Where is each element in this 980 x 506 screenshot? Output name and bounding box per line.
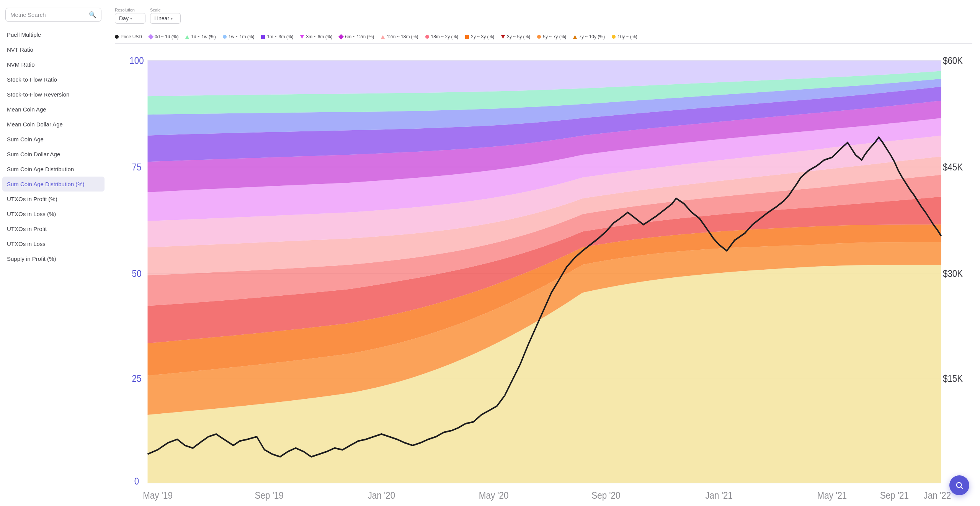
legend-label-3: 1w ~ 1m (%) xyxy=(229,34,255,39)
legend-icon-5 xyxy=(300,35,304,39)
legend-item-4: 1m ~ 3m (%) xyxy=(261,34,293,39)
svg-text:Jan '21: Jan '21 xyxy=(705,490,733,501)
scale-group: Scale Linear ▾ xyxy=(150,8,181,24)
sidebar-item-7[interactable]: Sum Coin Age xyxy=(0,132,107,147)
chart-svg: 100 75 50 25 0 $60K $45K $30K $15K xyxy=(115,48,972,502)
sidebar-item-8[interactable]: Sum Coin Dollar Age xyxy=(0,147,107,162)
svg-text:May '19: May '19 xyxy=(143,490,173,501)
legend-item-11: 5y ~ 7y (%) xyxy=(537,34,566,39)
search-box[interactable]: 🔍 xyxy=(5,8,101,22)
legend-icon-12 xyxy=(573,35,577,39)
resolution-arrow-icon: ▾ xyxy=(130,16,132,21)
scale-value: Linear xyxy=(154,15,169,21)
legend-item-7: 12m ~ 18m (%) xyxy=(381,34,418,39)
legend-icon-1 xyxy=(148,34,154,39)
legend-icon-6 xyxy=(338,34,344,39)
resolution-select[interactable]: Day ▾ xyxy=(115,13,145,24)
search-input[interactable] xyxy=(10,11,89,18)
legend-item-13: 10y ~ (%) xyxy=(612,34,637,39)
sidebar-item-15[interactable]: Supply in Profit (%) xyxy=(0,251,107,266)
sidebar-item-2[interactable]: NVM Ratio xyxy=(0,57,107,72)
svg-text:Sep '21: Sep '21 xyxy=(880,490,909,501)
legend-label-0: Price USD xyxy=(121,34,142,39)
sidebar-item-4[interactable]: Stock-to-Flow Reversion xyxy=(0,87,107,102)
svg-text:May '21: May '21 xyxy=(817,490,847,501)
svg-text:Jan '22: Jan '22 xyxy=(924,490,951,501)
legend-item-6: 6m ~ 12m (%) xyxy=(339,34,374,39)
resolution-value: Day xyxy=(119,15,129,21)
legend-icon-8 xyxy=(425,35,429,39)
sidebar: 🔍 Puell MultipleNVT RatioNVM RatioStock-… xyxy=(0,0,107,506)
sidebar-items-list: Puell MultipleNVT RatioNVM RatioStock-to… xyxy=(0,27,107,266)
legend-item-12: 7y ~ 10y (%) xyxy=(573,34,605,39)
sidebar-item-10[interactable]: Sum Coin Age Distribution (%) xyxy=(2,177,105,192)
search-icon: 🔍 xyxy=(89,11,96,18)
svg-text:0: 0 xyxy=(134,476,139,486)
sidebar-item-11[interactable]: UTXOs in Profit (%) xyxy=(0,192,107,206)
svg-text:Jan '20: Jan '20 xyxy=(368,490,395,501)
search-wrapper: 🔍 xyxy=(0,5,107,27)
scale-arrow-icon: ▾ xyxy=(171,16,173,21)
scale-label: Scale xyxy=(150,8,181,12)
legend-item-0: Price USD xyxy=(115,34,142,39)
legend-item-10: 3y ~ 5y (%) xyxy=(501,34,530,39)
chart-area: 100 75 50 25 0 $60K $45K $30K $15K xyxy=(115,48,972,502)
svg-text:$60K: $60K xyxy=(943,55,963,66)
legend-label-1: 0d ~ 1d (%) xyxy=(155,34,178,39)
svg-text:$45K: $45K xyxy=(943,162,963,172)
legend-label-9: 2y ~ 3y (%) xyxy=(471,34,494,39)
resolution-label: Resolution xyxy=(115,8,145,12)
sidebar-item-3[interactable]: Stock-to-Flow Ratio xyxy=(0,72,107,87)
svg-text:50: 50 xyxy=(132,268,142,279)
chart-container: Resolution Day ▾ Scale Linear ▾ Price US… xyxy=(107,0,980,506)
legend-label-10: 3y ~ 5y (%) xyxy=(507,34,530,39)
svg-line-24 xyxy=(961,487,962,488)
sidebar-item-13[interactable]: UTXOs in Profit xyxy=(0,221,107,236)
legend-label-11: 5y ~ 7y (%) xyxy=(543,34,566,39)
legend-icon-11 xyxy=(537,35,541,39)
legend-item-3: 1w ~ 1m (%) xyxy=(223,34,255,39)
legend-item-8: 18m ~ 2y (%) xyxy=(425,34,459,39)
legend-icon-13 xyxy=(612,35,616,39)
svg-text:$30K: $30K xyxy=(943,268,963,279)
legend-icon-0 xyxy=(115,35,119,39)
legend-item-9: 2y ~ 3y (%) xyxy=(465,34,494,39)
svg-text:May '20: May '20 xyxy=(479,490,509,501)
legend-icon-9 xyxy=(465,35,469,39)
svg-text:Sep '20: Sep '20 xyxy=(591,490,620,501)
legend-icon-10 xyxy=(501,35,505,39)
legend-label-7: 12m ~ 18m (%) xyxy=(387,34,418,39)
sidebar-item-14[interactable]: UTXOs in Loss xyxy=(0,236,107,251)
legend-item-2: 1d ~ 1w (%) xyxy=(185,34,216,39)
svg-text:100: 100 xyxy=(129,55,144,66)
legend-label-4: 1m ~ 3m (%) xyxy=(267,34,293,39)
sidebar-item-6[interactable]: Mean Coin Dollar Age xyxy=(0,117,107,132)
legend-icon-4 xyxy=(261,35,265,39)
legend-label-12: 7y ~ 10y (%) xyxy=(579,34,605,39)
sidebar-item-9[interactable]: Sum Coin Age Distribution xyxy=(0,162,107,177)
legend-item-1: 0d ~ 1d (%) xyxy=(149,34,178,39)
legend-icon-7 xyxy=(381,35,385,39)
legend-label-8: 18m ~ 2y (%) xyxy=(431,34,459,39)
legend-label-2: 1d ~ 1w (%) xyxy=(191,34,216,39)
sidebar-item-5[interactable]: Mean Coin Age xyxy=(0,102,107,117)
chart-legend: Price USD0d ~ 1d (%)1d ~ 1w (%)1w ~ 1m (… xyxy=(115,30,972,44)
svg-text:$15K: $15K xyxy=(943,373,963,383)
svg-text:75: 75 xyxy=(132,162,142,172)
chart-controls: Resolution Day ▾ Scale Linear ▾ xyxy=(115,8,972,24)
search-fab[interactable] xyxy=(949,475,969,495)
legend-icon-2 xyxy=(185,35,189,39)
legend-icon-3 xyxy=(223,35,227,39)
sidebar-item-12[interactable]: UTXOs in Loss (%) xyxy=(0,206,107,221)
main-content: Resolution Day ▾ Scale Linear ▾ Price US… xyxy=(107,0,980,506)
sidebar-item-0[interactable]: Puell Multiple xyxy=(0,27,107,42)
scale-select[interactable]: Linear ▾ xyxy=(150,13,181,24)
svg-text:25: 25 xyxy=(132,373,142,383)
legend-label-5: 3m ~ 6m (%) xyxy=(306,34,332,39)
legend-label-6: 6m ~ 12m (%) xyxy=(345,34,374,39)
legend-item-5: 3m ~ 6m (%) xyxy=(300,34,332,39)
resolution-group: Resolution Day ▾ xyxy=(115,8,145,24)
svg-text:Sep '19: Sep '19 xyxy=(255,490,284,501)
legend-label-13: 10y ~ (%) xyxy=(617,34,637,39)
sidebar-item-1[interactable]: NVT Ratio xyxy=(0,42,107,57)
